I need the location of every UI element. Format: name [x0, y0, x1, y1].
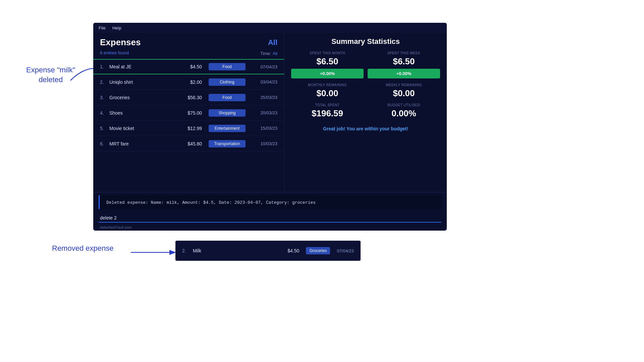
total-row: TOTAL SPENT $196.59 BUDGET UTILISED 0.00… [291, 103, 440, 119]
spent-this-month-box: SPENT THIS MONTH $6.50 +0.00% [291, 51, 364, 78]
spent-this-week-label: SPENT THIS WEEK [368, 51, 440, 55]
expense-date: 07/04/23 [252, 64, 277, 69]
removed-expense-card: 2. Milk $4.50 Groceries 07/04/23 [175, 241, 361, 261]
menu-help[interactable]: Help [112, 25, 121, 31]
annotation-bottom: Removed expense [52, 244, 113, 253]
budget-utilised-value: 0.00% [368, 108, 440, 119]
monthly-remaining-value: $0.00 [291, 88, 364, 99]
expense-num: 6. [100, 141, 109, 146]
expense-category: Food [209, 94, 246, 101]
menu-file[interactable]: File [99, 25, 106, 31]
command-input[interactable] [99, 214, 441, 223]
removed-amount: $4.50 [287, 248, 299, 253]
expense-date: 25/03/23 [252, 95, 277, 100]
annotation-bottom-text: Removed expense [52, 244, 113, 252]
total-spent-box: TOTAL SPENT $196.59 [291, 103, 364, 119]
weekly-remaining-box: WEEKLY REMAINING $0.00 [368, 83, 440, 99]
status-bar: ./data/fastTrack.json [93, 224, 447, 231]
total-spent-label: TOTAL SPENT [291, 103, 364, 107]
expense-name: Movie ticket [109, 126, 178, 131]
expense-category: Food [209, 63, 246, 70]
expense-name: Shoes [109, 110, 178, 116]
summary-panel: Summary Statistics SPENT THIS MONTH $6.5… [284, 33, 447, 192]
input-area [93, 212, 447, 224]
expense-category: Transportation [209, 140, 246, 147]
expense-num: 1. [100, 64, 109, 69]
expense-amount: $2.00 [178, 79, 202, 85]
spent-this-week-value: $6.50 [368, 56, 440, 67]
expense-num: 2. [100, 79, 109, 85]
table-row[interactable]: 1. Meal at JE $4.50 Food 07/04/23 [93, 59, 284, 74]
expense-date: 20/03/23 [252, 110, 277, 115]
entries-row: 6 entries found Time: All [93, 50, 284, 59]
table-row[interactable]: 5. Movie ticket $12.99 Entertainment 15/… [93, 121, 284, 136]
menu-bar: File Help [93, 23, 447, 33]
expense-name: Meal at JE [109, 64, 178, 69]
removed-category: Groceries [306, 247, 330, 254]
summary-title: Summary Statistics [291, 37, 440, 46]
time-row: Time: All [260, 50, 277, 56]
expense-list[interactable]: 1. Meal at JE $4.50 Food 07/04/23 2. Uni… [93, 59, 284, 192]
total-spent-value: $196.59 [291, 108, 364, 119]
expense-amount: $56.30 [178, 95, 202, 100]
expense-amount: $4.50 [178, 64, 202, 69]
expenses-title: Expenses [100, 37, 141, 48]
removed-num: 2. [182, 248, 193, 253]
table-row[interactable]: 3. Groceries $56.30 Food 25/03/23 [93, 90, 284, 105]
weekly-remaining-label: WEEKLY REMAINING [368, 83, 440, 87]
expense-category: Entertainment [209, 125, 246, 132]
expense-num: 3. [100, 95, 109, 100]
weekly-trend-btn[interactable]: +0.00% [368, 69, 440, 78]
monthly-remaining-box: MONTHLY REMAINING $0.00 [291, 83, 364, 99]
main-content: Expenses All 6 entries found Time: All 1… [93, 33, 447, 192]
expense-category: Shopping [209, 109, 246, 117]
spent-this-week-box: SPENT THIS WEEK $6.50 +0.00% [368, 51, 440, 78]
monthly-trend-btn[interactable]: +0.00% [291, 69, 364, 78]
expense-amount: $45.80 [178, 141, 202, 146]
time-value: All [273, 51, 277, 56]
table-row[interactable]: 2. Uniqlo shirt $2.00 Clothing 03/04/23 [93, 74, 284, 90]
expense-num: 4. [100, 110, 109, 116]
expense-num: 5. [100, 126, 109, 131]
stats-grid-top: SPENT THIS MONTH $6.50 +0.00% SPENT THIS… [291, 51, 440, 78]
weekly-remaining-value: $0.00 [368, 88, 440, 99]
removed-name: Milk [193, 248, 287, 253]
log-text: Deleted expense: Name: milk, Amount: $4.… [106, 200, 316, 205]
budget-message: Great job! You are within your budget! [291, 123, 440, 134]
monthly-remaining-label: MONTHLY REMAINING [291, 83, 364, 87]
expenses-header: Expenses All [93, 33, 284, 50]
expense-date: 10/03/23 [252, 141, 277, 146]
expense-category: Clothing [209, 78, 246, 86]
table-row[interactable]: 4. Shoes $75.00 Shopping 20/03/23 [93, 105, 284, 121]
expense-name: Uniqlo shirt [109, 79, 178, 85]
expense-amount: $12.99 [178, 126, 202, 131]
budget-utilised-label: BUDGET UTILISED [368, 103, 440, 107]
expense-amount: $75.00 [178, 110, 202, 116]
entries-found: 6 entries found [100, 50, 129, 56]
expense-date: 03/04/23 [252, 79, 277, 84]
stats-grid-remaining: MONTHLY REMAINING $0.00 WEEKLY REMAINING… [291, 83, 440, 99]
bottom-arrow [131, 247, 178, 257]
expenses-panel: Expenses All 6 entries found Time: All 1… [93, 33, 284, 192]
spent-this-month-label: SPENT THIS MONTH [291, 51, 364, 55]
budget-utilised-box: BUDGET UTILISED 0.00% [368, 103, 440, 119]
removed-date: 07/04/23 [337, 248, 354, 253]
app-window: File Help Expenses All 6 entries found T… [93, 23, 447, 231]
time-label: Time: [260, 51, 271, 56]
expense-date: 15/03/23 [252, 126, 277, 131]
annotation-line2: deleted [39, 75, 63, 84]
bottom-section: Deleted expense: Name: milk, Amount: $4.… [93, 192, 447, 231]
table-row[interactable]: 6. MRT fare $45.80 Transportation 10/03/… [93, 136, 284, 152]
spent-this-month-value: $6.50 [291, 56, 364, 67]
log-panel: Deleted expense: Name: milk, Amount: $4.… [99, 195, 441, 209]
expense-name: Groceries [109, 95, 178, 100]
all-badge: All [268, 38, 277, 47]
expense-name: MRT fare [109, 141, 178, 146]
